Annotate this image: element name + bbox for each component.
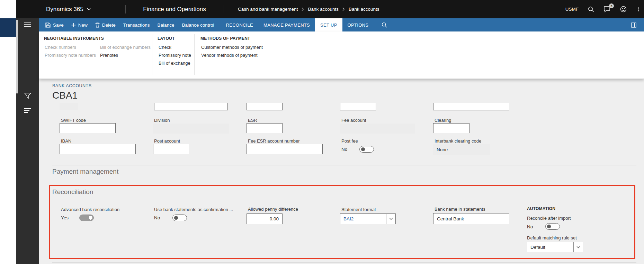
chevron-right-icon bbox=[342, 7, 345, 11]
field-label: Fee ESR account number bbox=[248, 138, 300, 144]
field-label: Allowed penny difference bbox=[248, 207, 298, 212]
topbar-divider bbox=[224, 5, 224, 13]
menu-item-bill-of-exchange[interactable]: Bill of exchange bbox=[159, 61, 190, 66]
field-label: Division bbox=[154, 118, 170, 123]
hamburger-menu-icon bbox=[24, 21, 31, 27]
breadcrumb-item[interactable]: Bank accounts bbox=[349, 7, 379, 12]
flyout-group-title: NEGOTIABLE INSTRUMENTS bbox=[44, 36, 104, 41]
side-panel-button[interactable] bbox=[627, 18, 641, 31]
group-header-automation: AUTOMATION bbox=[527, 206, 555, 211]
cropped-input[interactable] bbox=[247, 103, 283, 110]
toggle-state-label: Yes bbox=[61, 215, 69, 220]
background-window-strip bbox=[0, 0, 16, 264]
allowed-penny-difference-input[interactable]: 0.00 bbox=[247, 213, 283, 224]
field-label: Default matching rule set bbox=[527, 235, 577, 240]
statement-format-select[interactable]: BAI2 bbox=[340, 213, 396, 224]
sentiment-button[interactable] bbox=[620, 6, 627, 12]
esr-input[interactable] bbox=[247, 123, 283, 133]
search-button[interactable] bbox=[588, 6, 594, 12]
page-caption: BANK ACCOUNTS bbox=[52, 83, 91, 88]
fee-esr-account-number-input[interactable] bbox=[247, 144, 323, 154]
button-label: New bbox=[78, 22, 88, 28]
save-button[interactable]: Save bbox=[42, 18, 68, 31]
post-account-input[interactable] bbox=[153, 144, 189, 154]
section-header-payment-management[interactable]: Payment management bbox=[52, 168, 118, 175]
use-bank-statements-toggle[interactable] bbox=[172, 215, 187, 221]
flyout-divider bbox=[194, 34, 195, 75]
tab-manage-payments[interactable]: MANAGE PAYMENTS bbox=[258, 18, 315, 31]
tab-set-up[interactable]: SET UP bbox=[315, 18, 342, 31]
action-search-button[interactable] bbox=[377, 18, 392, 31]
new-button[interactable]: New bbox=[68, 18, 91, 31]
tab-reconcile[interactable]: RECONCILE bbox=[221, 18, 258, 31]
menu-item-check[interactable]: Check bbox=[159, 45, 171, 50]
cropped-icon bbox=[641, 21, 644, 28]
company-picker[interactable]: USMF bbox=[565, 7, 579, 12]
filter-icon bbox=[24, 93, 31, 99]
delete-button[interactable]: Delete bbox=[91, 18, 119, 31]
menu-item-customer-methods-of-payment[interactable]: Customer methods of payment bbox=[201, 45, 263, 50]
cropped-input[interactable] bbox=[433, 103, 509, 110]
menu-item-prenotes[interactable]: Prenotes bbox=[100, 53, 118, 58]
advanced-bank-reconciliation-toggle[interactable] bbox=[79, 215, 94, 221]
balance-control-button[interactable]: Balance control bbox=[178, 18, 218, 31]
swift-code-input[interactable] bbox=[60, 123, 116, 133]
breadcrumb-item[interactable]: Bank accounts bbox=[308, 7, 339, 12]
menu-toggle-button[interactable] bbox=[16, 21, 39, 27]
brand-home-link[interactable]: Dynamics 365 bbox=[46, 0, 91, 18]
field-label: Fee account bbox=[341, 118, 366, 123]
topbar-right-actions: USMF 3 bbox=[565, 0, 644, 18]
flyout-divider bbox=[152, 34, 152, 75]
breadcrumb-item[interactable]: Cash and bank management bbox=[238, 7, 298, 12]
post-fee-toggle[interactable] bbox=[359, 146, 374, 153]
menu-item-promissory-note[interactable]: Promissory note bbox=[159, 53, 191, 58]
breadcrumb: Cash and bank management Bank accounts B… bbox=[238, 0, 379, 18]
cropped-input[interactable] bbox=[60, 103, 78, 110]
cropped-icon[interactable] bbox=[636, 6, 639, 13]
field-label: Interbank clearing code bbox=[435, 138, 481, 144]
toggle-knob bbox=[88, 216, 93, 220]
tab-label: MANAGE PAYMENTS bbox=[263, 22, 310, 28]
feedback-button[interactable]: 3 bbox=[603, 6, 611, 12]
filter-button[interactable] bbox=[16, 93, 39, 99]
tab-label: RECONCILE bbox=[226, 22, 253, 28]
smiley-icon bbox=[620, 6, 627, 12]
clearing-input[interactable] bbox=[433, 123, 469, 133]
menu-item-promissory-note-numbers: Promissory note numbers bbox=[45, 53, 96, 58]
iban-input[interactable] bbox=[60, 144, 136, 154]
fee-account-input bbox=[340, 124, 415, 134]
section-divider bbox=[52, 165, 636, 165]
field-label: IBAN bbox=[61, 138, 71, 144]
button-label: Save bbox=[53, 22, 64, 28]
balance-button[interactable]: Balance bbox=[154, 18, 178, 31]
tab-label: OPTIONS bbox=[348, 22, 369, 28]
field-label: Bank name in statements bbox=[435, 207, 485, 212]
sidebar-scrollbar[interactable] bbox=[16, 20, 18, 93]
field-value: None bbox=[433, 147, 451, 152]
field-label: Advanced bank reconciliation bbox=[61, 207, 119, 212]
flyout-group-title: METHODS OF PAYMENT bbox=[200, 36, 250, 41]
chevron-down-icon[interactable] bbox=[573, 242, 583, 252]
cropped-input[interactable] bbox=[154, 103, 228, 110]
section-header-reconciliation[interactable]: Reconciliation bbox=[52, 188, 93, 196]
field-value: 0.00 bbox=[266, 216, 282, 221]
chevron-down-icon[interactable] bbox=[386, 214, 395, 224]
app-name-link[interactable]: Finance and Operations bbox=[125, 0, 224, 18]
tab-options[interactable]: OPTIONS bbox=[342, 18, 374, 31]
text-cursor bbox=[546, 245, 546, 250]
search-icon bbox=[382, 22, 387, 28]
transactions-button[interactable]: Transactions bbox=[119, 18, 154, 31]
bank-name-in-statements-input[interactable]: Central Bank bbox=[433, 213, 509, 224]
top-navigation-bar: Dynamics 365 Finance and Operations Cash… bbox=[16, 0, 644, 18]
field-label: Statement format bbox=[341, 207, 376, 212]
toggle-state-label: No bbox=[154, 215, 160, 220]
menu-item-vendor-methods-of-payment[interactable]: Vendor methods of payment bbox=[201, 53, 258, 58]
reconcile-after-import-toggle[interactable] bbox=[545, 223, 560, 230]
field-label: Use bank statements as confirmation ... bbox=[154, 207, 233, 212]
task-list-button[interactable] bbox=[16, 108, 39, 113]
cropped-input[interactable] bbox=[340, 103, 376, 110]
toggle-state-label: No bbox=[341, 147, 347, 152]
toggle-state-label: No bbox=[527, 224, 533, 229]
default-matching-rule-set-select[interactable]: Default bbox=[527, 242, 583, 252]
field-label: Clearing bbox=[435, 118, 451, 123]
